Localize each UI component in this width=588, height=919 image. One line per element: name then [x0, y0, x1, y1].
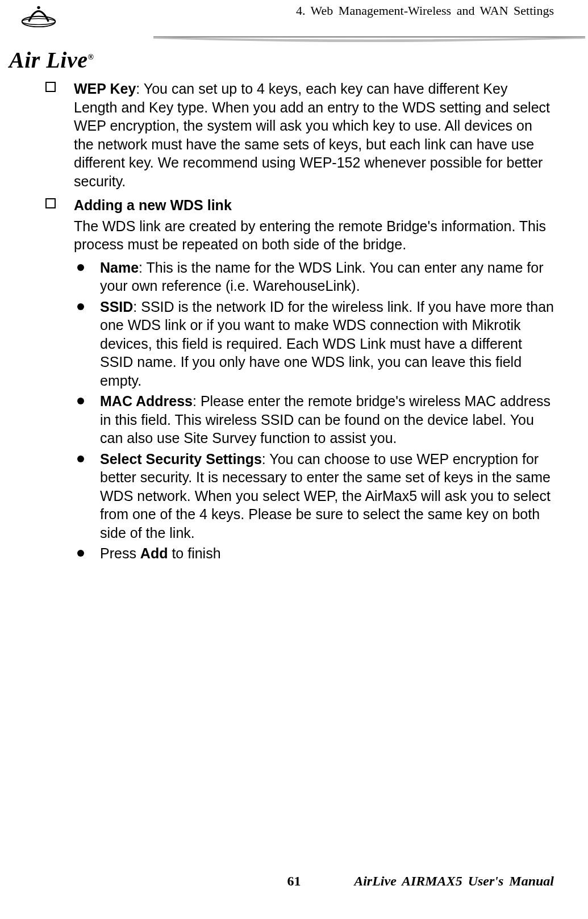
name-sub-item: Name: This is the name for the WDS Link.…	[74, 258, 554, 295]
wep-key-paragraph: WEP Key: You can set up to 4 keys, each …	[74, 80, 554, 190]
adding-wds-heading: Adding a new WDS link	[74, 196, 554, 215]
ssid-text: : SSID is the network ID for the wireles…	[100, 299, 554, 389]
disc-bullet-icon	[77, 303, 84, 310]
press-prefix: Press	[100, 545, 140, 561]
square-bullet-icon	[45, 82, 56, 92]
svg-point-1	[22, 19, 56, 25]
adding-wds-item: Adding a new WDS link The WDS link are c…	[40, 196, 554, 563]
ssid-label: SSID	[100, 299, 133, 315]
svg-point-0	[22, 16, 56, 27]
press-add-label: Add	[140, 545, 168, 561]
wep-key-item: WEP Key: You can set up to 4 keys, each …	[40, 80, 554, 190]
page-header: Air Live® 4. Web Management-Wireless and…	[0, 0, 588, 62]
mac-sub-item: MAC Address: Please enter the remote bri…	[74, 392, 554, 448]
chapter-title: 4. Web Management-Wireless and WAN Setti…	[296, 3, 554, 18]
header-divider-icon	[153, 35, 585, 45]
security-label: Select Security Settings	[100, 451, 262, 467]
svg-point-2	[37, 6, 40, 9]
disc-bullet-icon	[77, 398, 84, 404]
press-suffix: to finish	[168, 545, 220, 561]
wep-key-text: : You can set up to 4 keys, each key can…	[74, 81, 550, 189]
square-bullet-icon	[45, 198, 56, 208]
logo-text: Air Live®	[9, 47, 94, 73]
logo: Air Live®	[10, 5, 152, 73]
disc-bullet-icon	[77, 264, 84, 271]
wep-key-label: WEP Key	[74, 81, 136, 97]
name-text: : This is the name for the WDS Link. You…	[100, 260, 544, 294]
mac-label: MAC Address	[100, 393, 193, 409]
ssid-sub-item: SSID: SSID is the network ID for the wir…	[74, 298, 554, 390]
page-number: 61	[287, 874, 301, 889]
airlive-swoosh-icon	[10, 5, 67, 27]
disc-bullet-icon	[77, 456, 84, 462]
security-sub-item: Select Security Settings: You can choose…	[74, 450, 554, 542]
press-add-sub-item: Press Add to finish	[74, 544, 554, 563]
name-label: Name	[100, 260, 139, 275]
page-footer: 61 AirLive AIRMAX5 User's Manual	[0, 874, 588, 896]
disc-bullet-icon	[77, 550, 84, 557]
page-content: WEP Key: You can set up to 4 keys, each …	[0, 80, 588, 569]
manual-title: AirLive AIRMAX5 User's Manual	[354, 874, 554, 889]
wds-sub-list: Name: This is the name for the WDS Link.…	[74, 258, 554, 563]
adding-wds-intro: The WDS link are created by entering the…	[74, 217, 554, 254]
